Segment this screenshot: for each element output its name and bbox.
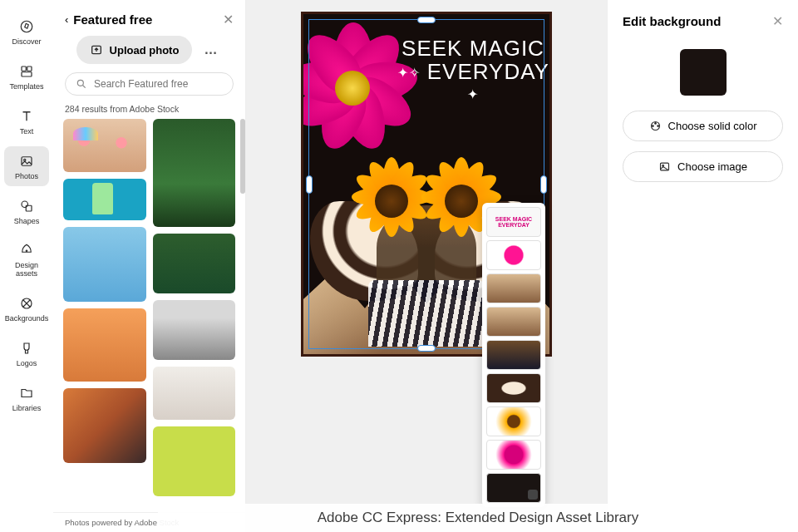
rail-label: Design assets bbox=[4, 262, 49, 278]
background-color-swatch[interactable] bbox=[680, 49, 727, 96]
svg-rect-1 bbox=[22, 66, 26, 71]
photo-thumb[interactable] bbox=[153, 300, 236, 360]
rail-label: Text bbox=[20, 128, 34, 136]
layer-thumb[interactable] bbox=[486, 240, 541, 270]
layer-thumb[interactable] bbox=[486, 340, 541, 370]
rail-label: Photos bbox=[15, 173, 38, 181]
headline-text[interactable]: SEEK MAGIC ✦✧ EVERYDAY ✦ bbox=[397, 37, 549, 104]
search-icon bbox=[76, 78, 87, 90]
design-assets-icon bbox=[18, 242, 35, 259]
left-nav-rail: Discover Templates Text Photos Shapes De… bbox=[0, 0, 53, 532]
svg-rect-4 bbox=[22, 156, 32, 165]
rail-item-libraries[interactable]: Libraries bbox=[4, 378, 49, 418]
search-field[interactable] bbox=[65, 72, 234, 96]
rail-item-backgrounds[interactable]: Backgrounds bbox=[4, 288, 49, 328]
rail-item-photos[interactable]: Photos bbox=[4, 146, 49, 186]
photo-thumb[interactable] bbox=[63, 388, 146, 463]
choose-solid-color-button[interactable]: Choose solid color bbox=[623, 111, 783, 141]
sparkle-icon: ✦ bbox=[467, 87, 479, 101]
layer-thumb-background[interactable] bbox=[486, 473, 541, 503]
photo-grid bbox=[63, 119, 235, 496]
rail-item-design-assets[interactable]: Design assets bbox=[4, 235, 49, 283]
back-chevron-icon[interactable]: ‹ bbox=[65, 13, 68, 26]
rail-item-shapes[interactable]: Shapes bbox=[4, 191, 49, 231]
photo-thumb[interactable] bbox=[153, 119, 236, 227]
libraries-icon bbox=[18, 385, 35, 401]
rail-label: Templates bbox=[9, 83, 43, 91]
svg-point-15 bbox=[652, 126, 653, 127]
choose-image-label: Choose image bbox=[677, 160, 747, 173]
resize-handle-left[interactable] bbox=[306, 175, 313, 194]
scrollbar-thumb[interactable] bbox=[240, 119, 245, 194]
headline-line-2: EVERYDAY bbox=[427, 59, 549, 84]
photo-thumb[interactable] bbox=[63, 308, 146, 382]
photo-thumb[interactable] bbox=[63, 179, 146, 220]
upload-icon bbox=[90, 43, 103, 57]
color-picker-icon bbox=[649, 120, 662, 132]
canvas-area: SEEK MAGIC ✦✧ EVERYDAY ✦ SEEK MAGICEVERY… bbox=[246, 0, 607, 532]
more-options-button[interactable]: … bbox=[199, 38, 222, 62]
layer-thumb[interactable] bbox=[486, 440, 541, 470]
rail-label: Shapes bbox=[14, 218, 40, 226]
caption-bar: Adobe CC Express: Extended Design Asset … bbox=[158, 504, 798, 532]
close-prop-panel-icon[interactable]: ✕ bbox=[772, 13, 783, 29]
photo-thumb[interactable] bbox=[153, 367, 236, 420]
scrollbar-track bbox=[240, 119, 245, 512]
svg-point-14 bbox=[657, 126, 658, 127]
svg-point-8 bbox=[26, 250, 27, 252]
edit-background-panel: Edit background ✕ Choose solid color Cho… bbox=[607, 0, 798, 532]
photos-icon bbox=[18, 153, 35, 170]
compass-icon bbox=[18, 18, 35, 35]
close-panel-icon[interactable]: ✕ bbox=[223, 12, 234, 27]
choose-solid-label: Choose solid color bbox=[668, 120, 757, 132]
photo-thumb[interactable] bbox=[153, 234, 236, 293]
svg-point-13 bbox=[654, 123, 656, 125]
layer-thumb-text[interactable]: SEEK MAGICEVERYDAY bbox=[486, 207, 541, 237]
featured-free-panel: ‹ Featured free ✕ Upload photo … 284 res… bbox=[53, 0, 246, 532]
photo-thumb[interactable] bbox=[63, 119, 146, 172]
text-icon bbox=[18, 108, 35, 125]
shapes-icon bbox=[18, 198, 35, 214]
logos-icon bbox=[18, 340, 35, 357]
upload-photo-label: Upload photo bbox=[110, 44, 180, 57]
rail-item-discover[interactable]: Discover bbox=[4, 12, 49, 52]
headline-line-1: SEEK MAGIC bbox=[397, 37, 549, 59]
sparkle-icon: ✦✧ bbox=[397, 66, 421, 80]
photo-thumb[interactable] bbox=[63, 227, 146, 302]
image-icon bbox=[658, 160, 671, 173]
rail-item-text[interactable]: Text bbox=[4, 101, 49, 141]
prop-panel-title: Edit background bbox=[623, 14, 772, 28]
backgrounds-icon bbox=[18, 295, 35, 312]
rail-label: Libraries bbox=[12, 405, 42, 413]
templates-icon bbox=[18, 63, 35, 80]
choose-image-button[interactable]: Choose image bbox=[623, 151, 783, 182]
layer-thumb[interactable] bbox=[486, 273, 541, 303]
layers-strip[interactable]: SEEK MAGICEVERYDAY bbox=[482, 203, 545, 507]
rail-label: Logos bbox=[17, 360, 37, 368]
photo-thumb[interactable] bbox=[153, 426, 236, 496]
artboard-wrapper: SEEK MAGIC ✦✧ EVERYDAY ✦ SEEK MAGICEVERY… bbox=[301, 12, 552, 357]
svg-rect-3 bbox=[22, 72, 32, 76]
upload-photo-button[interactable]: Upload photo bbox=[76, 36, 193, 64]
panel-title: Featured free bbox=[73, 12, 218, 27]
rail-label: Backgrounds bbox=[5, 315, 49, 323]
svg-point-0 bbox=[21, 21, 32, 32]
layer-thumb[interactable] bbox=[486, 307, 541, 337]
resize-handle-right[interactable] bbox=[540, 175, 547, 194]
rail-item-logos[interactable]: Logos bbox=[4, 333, 49, 373]
panel-header: ‹ Featured free ✕ bbox=[53, 0, 245, 36]
layer-thumb[interactable] bbox=[486, 406, 541, 436]
svg-point-6 bbox=[22, 201, 28, 208]
rail-label: Discover bbox=[12, 38, 41, 47]
layer-thumb[interactable] bbox=[486, 373, 541, 403]
search-input[interactable] bbox=[94, 78, 223, 90]
svg-rect-2 bbox=[27, 66, 32, 71]
results-count-label: 284 results from Adobe Stock bbox=[53, 102, 245, 119]
rail-item-templates[interactable]: Templates bbox=[4, 57, 49, 96]
svg-point-11 bbox=[77, 80, 83, 86]
caption-text: Adobe CC Express: Extended Design Asset … bbox=[318, 510, 638, 526]
